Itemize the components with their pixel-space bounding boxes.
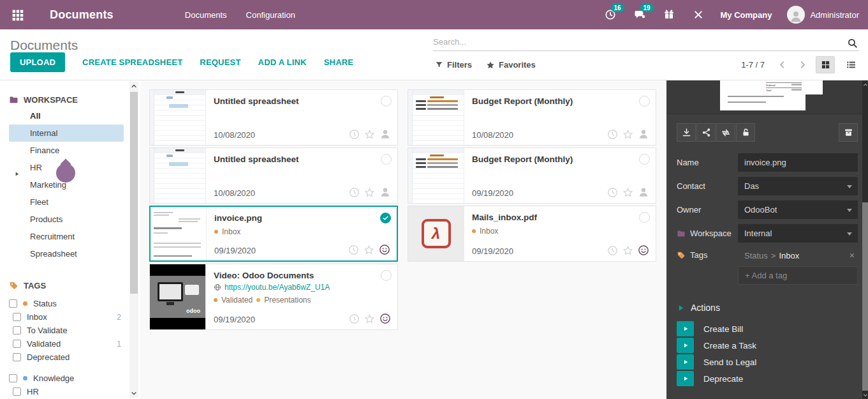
user-menu[interactable]: Administrator xyxy=(787,6,859,24)
name-input[interactable] xyxy=(744,154,851,171)
tag-item-to-validate[interactable]: To Validate xyxy=(0,324,140,337)
checkbox[interactable] xyxy=(13,388,21,396)
pager-next-button[interactable] xyxy=(795,58,809,72)
share-button[interactable]: SHARE xyxy=(324,57,354,67)
share-document-button[interactable] xyxy=(696,123,716,142)
favorite-star-icon[interactable] xyxy=(622,187,633,198)
owner-select[interactable]: OdooBot xyxy=(738,200,858,219)
tag-group-status[interactable]: Status xyxy=(0,297,140,310)
sidebar-scrollbar[interactable] xyxy=(129,82,138,398)
tag-item-hr[interactable]: HR xyxy=(0,385,140,398)
favorite-star-icon[interactable] xyxy=(364,245,374,255)
document-card-budget-report-1[interactable]: Budget Report (Monthly) 10/08/2020 xyxy=(408,89,656,146)
tag-item-deprecated[interactable]: Deprecated xyxy=(0,350,140,364)
action-send-to-legal[interactable]: Send to Legal xyxy=(677,354,858,370)
add-tag-input[interactable] xyxy=(745,267,851,284)
favorite-star-icon[interactable] xyxy=(622,245,633,256)
sidebar-item-finance[interactable]: Finance xyxy=(9,142,124,159)
select-toggle[interactable] xyxy=(639,212,650,223)
replace-button[interactable] xyxy=(716,123,735,142)
trash-button[interactable] xyxy=(839,123,858,142)
menu-documents[interactable]: Documents xyxy=(185,10,227,20)
activities-button[interactable]: 16 xyxy=(603,8,617,22)
upload-button[interactable]: UPLOAD xyxy=(10,52,65,72)
breadcrumb[interactable]: Documents xyxy=(10,38,78,53)
scrollbar-thumb[interactable] xyxy=(130,92,138,294)
workspace-select[interactable]: Internal xyxy=(738,224,858,243)
favorite-star-icon[interactable] xyxy=(622,129,633,140)
sidebar-item-all[interactable]: All xyxy=(9,107,124,124)
search-input[interactable] xyxy=(433,34,842,49)
contact-select[interactable]: Das xyxy=(738,177,858,195)
document-card-video[interactable]: odoo Video: Odoo Documents https://youtu… xyxy=(149,264,398,330)
link-url[interactable]: https://youtu.be/Ayab6wZ_U1A xyxy=(224,283,330,292)
search-icon[interactable] xyxy=(847,37,858,49)
activity-clock-icon[interactable] xyxy=(349,129,360,140)
tag-item-inbox[interactable]: Inbox 2 xyxy=(0,310,140,324)
apps-menu-button[interactable] xyxy=(9,6,26,23)
checkbox[interactable] xyxy=(9,299,17,308)
scrollbar-thumb[interactable] xyxy=(862,89,868,202)
action-create-task[interactable]: Create a Task xyxy=(677,338,858,353)
activity-clock-icon[interactable] xyxy=(349,187,360,198)
favorites-button[interactable]: Favorites xyxy=(486,60,536,70)
document-card-untitled-spreadsheet-1[interactable]: Untitled spreadsheet 10/08/2020 xyxy=(149,89,398,146)
document-card-invoice[interactable]: invoice.png Inbox 09/19/2020 xyxy=(149,206,398,262)
sidebar-item-products[interactable]: Products xyxy=(9,211,124,228)
scroll-up-icon[interactable] xyxy=(862,80,868,89)
create-spreadsheet-button[interactable]: CREATE SPREADSHEET xyxy=(82,57,182,67)
select-toggle[interactable] xyxy=(381,96,392,107)
remove-tag-icon[interactable] xyxy=(849,252,855,259)
select-toggle[interactable] xyxy=(381,154,392,165)
download-button[interactable] xyxy=(677,123,696,142)
sidebar-item-spreadsheet[interactable]: Spreadsheet xyxy=(9,245,124,262)
action-create-bill[interactable]: Create Bill xyxy=(677,321,858,336)
panel-scrollbar[interactable] xyxy=(862,80,868,399)
document-preview[interactable]: Subtotal Total xyxy=(666,80,868,114)
checkbox[interactable] xyxy=(13,340,21,348)
select-toggle[interactable] xyxy=(639,96,650,107)
scroll-down-icon[interactable] xyxy=(862,391,868,399)
request-button[interactable]: REQUEST xyxy=(200,57,240,67)
messages-button[interactable]: 19 xyxy=(633,8,647,22)
favorite-star-icon[interactable] xyxy=(364,313,375,324)
select-toggle[interactable] xyxy=(381,270,392,281)
tools-icon[interactable] xyxy=(691,8,705,22)
document-link[interactable]: https://youtu.be/Ayab6wZ_U1A xyxy=(214,283,390,292)
favorite-star-icon[interactable] xyxy=(364,129,375,140)
document-card-mails-inbox-pdf[interactable]: λ Mails_inbox.pdf Inbox 09/19/2020 xyxy=(408,206,656,262)
select-toggle[interactable] xyxy=(380,213,391,223)
company-switcher[interactable]: My Company xyxy=(721,10,772,20)
sidebar-item-recruitment[interactable]: Recruitment xyxy=(9,228,124,245)
list-view-button[interactable] xyxy=(841,56,860,73)
lock-button[interactable] xyxy=(736,123,755,142)
sidebar-item-internal[interactable]: Internal xyxy=(9,124,124,142)
kanban-view-button[interactable] xyxy=(816,56,835,73)
checkbox[interactable] xyxy=(13,326,21,335)
scroll-up-icon[interactable] xyxy=(129,82,138,91)
sidebar-item-fleet[interactable]: Fleet xyxy=(9,193,124,211)
scroll-down-icon[interactable] xyxy=(129,389,138,398)
add-a-link-button[interactable]: ADD A LINK xyxy=(258,57,307,67)
activity-clock-icon[interactable] xyxy=(607,245,618,256)
pager-previous-button[interactable] xyxy=(775,58,789,72)
checkbox[interactable] xyxy=(9,374,17,382)
select-toggle[interactable] xyxy=(639,154,650,165)
favorite-star-icon[interactable] xyxy=(364,187,375,198)
activity-clock-icon[interactable] xyxy=(349,313,360,324)
activity-clock-icon[interactable] xyxy=(348,245,359,255)
checkbox[interactable] xyxy=(13,353,21,361)
checkbox[interactable] xyxy=(13,313,21,321)
document-card-untitled-spreadsheet-2[interactable]: Untitled spreadsheet 10/08/2020 xyxy=(149,147,398,204)
activity-clock-icon[interactable] xyxy=(607,187,618,198)
tag-label: Inbox xyxy=(27,312,47,322)
document-card-budget-report-2[interactable]: Budget Report (Monthly) 09/19/2020 xyxy=(408,147,656,204)
action-deprecate[interactable]: Deprecate xyxy=(677,371,858,386)
tag-item-validated[interactable]: Validated 1 xyxy=(0,337,140,350)
menu-configuration[interactable]: Configuration xyxy=(246,10,295,20)
play-icon xyxy=(677,304,685,312)
filters-button[interactable]: Filters xyxy=(435,60,472,70)
activity-clock-icon[interactable] xyxy=(607,129,618,140)
tag-group-knowledge[interactable]: Knowledge xyxy=(0,372,140,385)
gift-icon[interactable] xyxy=(662,8,676,22)
